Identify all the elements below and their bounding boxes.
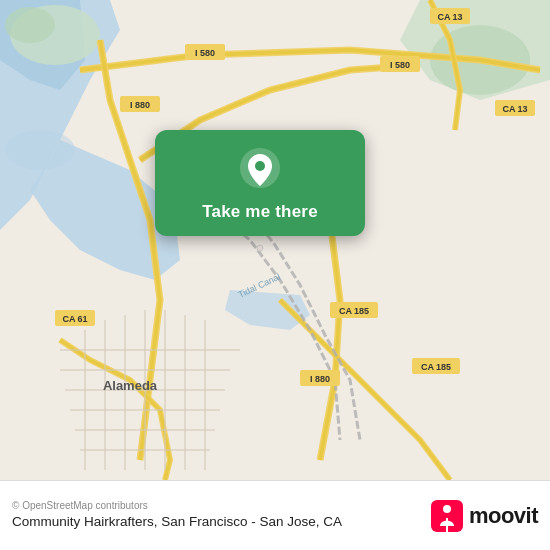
svg-text:CA 13: CA 13	[437, 12, 462, 22]
svg-text:Alameda: Alameda	[103, 378, 158, 393]
svg-text:CA 185: CA 185	[421, 362, 451, 372]
svg-point-44	[443, 505, 451, 513]
moovit-brand-icon	[431, 500, 463, 532]
map-container: I 580 I 580 I 880 I 880 CA 13 CA 13 I 58…	[0, 0, 550, 480]
take-me-there-button[interactable]: Take me there	[155, 130, 365, 236]
svg-text:I 880: I 880	[310, 374, 330, 384]
bottom-info: © OpenStreetMap contributors Community H…	[12, 500, 342, 531]
svg-text:CA 185: CA 185	[339, 306, 369, 316]
svg-text:CA 13: CA 13	[502, 104, 527, 114]
moovit-logo: moovit	[431, 500, 538, 532]
moovit-brand-text: moovit	[469, 503, 538, 529]
svg-text:CA 61: CA 61	[62, 314, 87, 324]
svg-point-1	[5, 130, 75, 170]
map-svg: I 580 I 580 I 880 I 880 CA 13 CA 13 I 58…	[0, 0, 550, 480]
bottom-bar: © OpenStreetMap contributors Community H…	[0, 480, 550, 550]
svg-point-40	[257, 245, 263, 251]
svg-text:I 880: I 880	[130, 100, 150, 110]
svg-text:I 580: I 580	[390, 60, 410, 70]
location-pin-icon	[238, 148, 282, 192]
copyright-text: © OpenStreetMap contributors	[12, 500, 342, 511]
take-me-there-label: Take me there	[202, 202, 318, 222]
svg-text:I 580: I 580	[195, 48, 215, 58]
place-name: Community Hairkrafters, San Francisco - …	[12, 513, 342, 531]
svg-point-3	[5, 7, 55, 43]
svg-point-42	[255, 161, 265, 171]
